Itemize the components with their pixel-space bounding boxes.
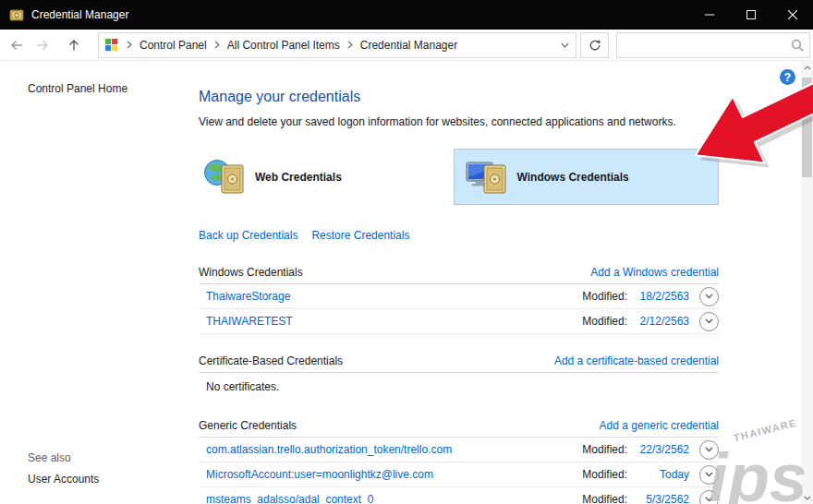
restore-credentials-link[interactable]: Restore Credentials	[311, 229, 409, 242]
main-panel: Manage your credentials View and delete …	[199, 61, 719, 504]
minimize-button[interactable]	[688, 0, 730, 30]
credential-row: THAIWARETEST Modified: 2/12/2563	[199, 309, 719, 334]
expand-credential-button[interactable]	[699, 465, 719, 485]
window-title: Credential Manager	[31, 8, 128, 21]
credential-modified: Modified: 2/12/2563	[582, 312, 719, 331]
navigation-toolbar: Control Panel All Control Panel Items Cr…	[0, 30, 813, 61]
breadcrumb-separator-icon	[123, 41, 136, 49]
windows-credentials-button[interactable]: Windows Credentials	[454, 149, 719, 205]
section-header: Generic Credentials Add a generic creden…	[199, 419, 719, 438]
expand-credential-button[interactable]	[699, 312, 719, 331]
breadcrumb-item-credential-manager[interactable]: Credential Manager	[357, 39, 461, 52]
scroll-down-button[interactable]	[801, 491, 813, 504]
modified-label: Modified:	[582, 315, 627, 328]
credential-row: com.atlassian.trello.authorization_token…	[199, 438, 719, 462]
credential-type-buttons: Web Credentials Windo	[199, 149, 719, 205]
credential-modified: Modified: 5/3/2562	[582, 490, 719, 504]
vertical-scrollbar[interactable]	[801, 61, 813, 504]
monitor-safe-icon	[466, 157, 508, 198]
section-header: Windows Credentials Add a Windows creden…	[199, 266, 719, 284]
add-certificate-credential-link[interactable]: Add a certificate-based credential	[554, 354, 719, 367]
search-input[interactable]	[617, 35, 785, 55]
help-button[interactable]: ?	[780, 69, 795, 85]
content-region: Control Panel Home See also User Account…	[0, 61, 813, 504]
credential-name-link[interactable]: MicrosoftAccount:user=moonlightkz@live.c…	[206, 468, 433, 481]
modified-date: 18/2/2563	[632, 290, 689, 303]
credential-row: MicrosoftAccount:user=moonlightkz@live.c…	[199, 462, 719, 487]
certificate-credentials-section: Certificate-Based Credentials Add a cert…	[199, 354, 719, 395]
web-credentials-button[interactable]: Web Credentials	[199, 149, 454, 205]
scrollbar-thumb[interactable]	[802, 78, 812, 177]
sidebar-item-control-panel-home[interactable]: Control Panel Home	[28, 82, 127, 95]
credential-name-link[interactable]: ThaiwareStorage	[206, 290, 290, 303]
breadcrumb-separator-icon	[211, 41, 224, 49]
modified-label: Modified:	[582, 443, 627, 456]
modified-date: Today	[632, 468, 689, 481]
address-dropdown-button[interactable]	[553, 34, 576, 56]
add-windows-credential-link[interactable]: Add a Windows credential	[590, 266, 719, 279]
control-panel-icon	[104, 38, 118, 52]
scroll-up-button[interactable]	[801, 61, 813, 74]
backup-credentials-link[interactable]: Back up Credentials	[199, 229, 297, 242]
modified-date: 22/3/2562	[632, 443, 689, 456]
maximize-button[interactable]	[730, 0, 771, 30]
sidebar-item-user-accounts[interactable]: User Accounts	[28, 473, 99, 486]
sidebar: Control Panel Home See also User Account…	[0, 61, 199, 504]
search-icon[interactable]	[785, 39, 809, 52]
section-title: Generic Credentials	[199, 419, 297, 432]
up-button[interactable]	[61, 32, 87, 58]
page-title: Manage your credentials	[199, 89, 719, 105]
titlebar: Credential Manager	[0, 0, 813, 30]
search-box	[616, 32, 810, 58]
section-title: Windows Credentials	[199, 266, 303, 279]
breadcrumb-item-all-control-panel-items[interactable]: All Control Panel Items	[224, 39, 344, 52]
globe-safe-icon	[203, 157, 246, 198]
breadcrumb-item-control-panel[interactable]: Control Panel	[136, 39, 211, 52]
modified-date: 5/3/2562	[632, 493, 689, 504]
credential-row: msteams_adalsso/adal_context_0 Modified:…	[199, 487, 719, 504]
app-safe-icon[interactable]	[9, 7, 24, 22]
web-credentials-label: Web Credentials	[255, 171, 342, 184]
no-certificates-text: No certificates.	[199, 373, 719, 395]
modified-date: 2/12/2563	[632, 315, 689, 328]
see-also-label: See also	[28, 451, 71, 464]
windows-credentials-label: Windows Credentials	[517, 171, 629, 184]
back-button[interactable]	[4, 32, 30, 58]
modified-label: Modified:	[582, 290, 627, 303]
add-generic-credential-link[interactable]: Add a generic credential	[600, 419, 719, 432]
address-bar[interactable]: Control Panel All Control Panel Items Cr…	[98, 32, 576, 58]
credential-modified: Modified: Today	[582, 465, 719, 485]
expand-credential-button[interactable]	[699, 287, 719, 306]
generic-credentials-section: Generic Credentials Add a generic creden…	[199, 419, 719, 504]
expand-credential-button[interactable]	[699, 440, 719, 460]
window-controls	[688, 0, 813, 30]
credential-modified: Modified: 18/2/2563	[582, 287, 719, 306]
section-header: Certificate-Based Credentials Add a cert…	[199, 354, 719, 373]
modified-label: Modified:	[582, 468, 627, 481]
credential-modified: Modified: 22/3/2562	[582, 440, 719, 460]
modified-label: Modified:	[582, 493, 627, 504]
forward-button[interactable]	[30, 32, 55, 58]
page-description: View and delete your saved logon informa…	[199, 115, 719, 128]
refresh-button[interactable]	[580, 32, 609, 58]
breadcrumb-separator-icon	[344, 41, 357, 49]
credential-name-link[interactable]: com.atlassian.trello.authorization_token…	[206, 443, 452, 456]
credential-row: ThaiwareStorage Modified: 18/2/2563	[199, 284, 719, 309]
credential-name-link[interactable]: THAIWARETEST	[206, 315, 293, 328]
backup-restore-links: Back up Credentials Restore Credentials	[199, 229, 719, 242]
credential-name-link[interactable]: msteams_adalsso/adal_context_0	[206, 493, 373, 504]
close-button[interactable]	[771, 0, 813, 30]
windows-credentials-section: Windows Credentials Add a Windows creden…	[199, 266, 719, 334]
section-title: Certificate-Based Credentials	[199, 354, 343, 367]
expand-credential-button[interactable]	[699, 490, 719, 504]
